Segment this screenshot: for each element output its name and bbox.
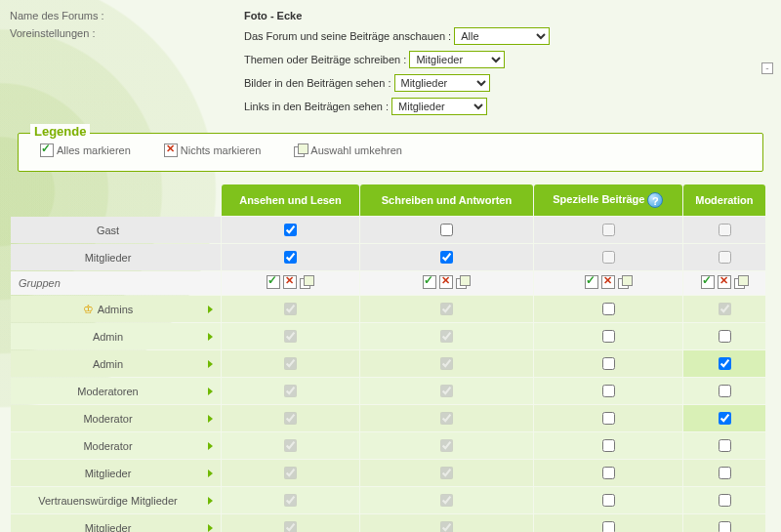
perm-checkbox[interactable]: [719, 251, 731, 264]
perm-checkbox[interactable]: [284, 330, 297, 343]
perm-cell: [222, 244, 359, 270]
chevron-right-icon: [208, 388, 213, 395]
perm-checkbox[interactable]: [719, 330, 731, 343]
perm-checkbox[interactable]: [602, 385, 615, 397]
perm-checkbox[interactable]: [719, 494, 731, 507]
row-label[interactable]: Moderator: [11, 432, 221, 459]
perm-checkbox[interactable]: [602, 467, 615, 479]
invert-icon[interactable]: [300, 275, 313, 289]
perm-checkbox[interactable]: [284, 494, 297, 507]
perm-checkbox[interactable]: [440, 357, 453, 370]
row-label[interactable]: Moderatoren: [11, 378, 221, 404]
perm-checkbox[interactable]: [602, 521, 615, 532]
perm-cell: [360, 244, 533, 270]
perm-checkbox[interactable]: [440, 330, 453, 343]
perm-checkbox[interactable]: [284, 467, 297, 479]
perm-cell: [534, 217, 682, 243]
perm-checkbox[interactable]: [440, 439, 453, 452]
perm-checkbox[interactable]: [602, 224, 615, 236]
perm-checkbox[interactable]: [719, 412, 731, 425]
legend-invert-label: Auswahl umkehren: [310, 144, 402, 156]
legend-box: Legende Alles markieren Nichts markieren…: [18, 133, 763, 172]
perm-checkbox[interactable]: [719, 385, 731, 397]
perm-checkbox[interactable]: [284, 303, 297, 315]
perm-checkbox[interactable]: [719, 521, 731, 532]
check-none-icon[interactable]: [718, 275, 731, 289]
perm-checkbox[interactable]: [602, 251, 615, 264]
links-select[interactable]: Mitglieder: [391, 98, 487, 115]
perm-checkbox[interactable]: [284, 251, 297, 264]
invert-icon[interactable]: [734, 275, 748, 289]
perm-checkbox[interactable]: [284, 412, 297, 425]
perm-checkbox[interactable]: [719, 224, 731, 236]
perm-cell: [222, 217, 359, 243]
perm-checkbox[interactable]: [440, 521, 453, 532]
perm-checkbox[interactable]: [440, 467, 453, 479]
perm-cell: [534, 323, 682, 349]
images-select[interactable]: Mitglieder: [394, 74, 490, 92]
perm-cell: [534, 432, 682, 459]
perm-checkbox[interactable]: [602, 439, 615, 452]
chevron-right-icon: [208, 360, 213, 368]
perm-cell: [534, 460, 682, 486]
perm-cell: [222, 514, 359, 532]
perm-checkbox[interactable]: [602, 412, 615, 425]
perm-cell: [222, 432, 359, 459]
perm-checkbox[interactable]: [284, 357, 297, 370]
row-label[interactable]: Moderator: [11, 405, 221, 431]
row-label[interactable]: Mitglieder: [11, 460, 221, 486]
perm-checkbox[interactable]: [440, 303, 453, 315]
check-all-icon[interactable]: [585, 275, 598, 289]
perm-checkbox[interactable]: [719, 467, 731, 479]
row-label[interactable]: Admin: [11, 323, 221, 349]
perm-checkbox[interactable]: [440, 385, 453, 397]
check-none-icon[interactable]: [439, 275, 453, 289]
row-label[interactable]: Admin: [11, 350, 221, 377]
perm-checkbox[interactable]: [284, 224, 297, 236]
legend-check-all[interactable]: Alles markieren: [40, 143, 131, 157]
row-label[interactable]: ♔Admins: [11, 296, 221, 322]
legend-title: Legende: [30, 124, 90, 139]
write-label: Themen oder Beiträge schreiben :: [244, 54, 406, 65]
perm-checkbox[interactable]: [719, 439, 731, 452]
legend-invert[interactable]: Auswahl umkehren: [294, 143, 402, 157]
table-row: Vertrauenswürdige Mitglieder: [11, 487, 765, 513]
perm-cell: [534, 271, 682, 295]
perm-checkbox[interactable]: [602, 303, 615, 315]
check-none-icon[interactable]: [601, 275, 615, 289]
help-icon[interactable]: ?: [647, 192, 663, 208]
write-select[interactable]: Mitglieder: [409, 51, 505, 68]
check-none-icon[interactable]: [283, 275, 297, 289]
row-label-text: Mitglieder: [85, 468, 132, 479]
perm-checkbox[interactable]: [719, 303, 731, 315]
perm-checkbox[interactable]: [440, 412, 453, 425]
legend-check-none[interactable]: Nichts markieren: [164, 143, 262, 157]
perm-checkbox[interactable]: [284, 439, 297, 452]
table-row: Admin: [11, 323, 765, 349]
perm-checkbox[interactable]: [602, 330, 615, 343]
table-row: ♔Admins: [11, 296, 765, 322]
check-all-icon[interactable]: [701, 275, 715, 289]
perm-cell: [222, 405, 359, 431]
collapse-toggle[interactable]: -: [761, 62, 773, 74]
check-none-icon: [164, 143, 178, 157]
perm-checkbox[interactable]: [440, 251, 453, 264]
perm-checkbox[interactable]: [284, 385, 297, 397]
perm-checkbox[interactable]: [440, 224, 453, 236]
perm-checkbox[interactable]: [602, 357, 615, 370]
invert-icon[interactable]: [456, 275, 470, 289]
perm-checkbox[interactable]: [602, 494, 615, 507]
view-forum-select[interactable]: Alle: [454, 27, 550, 45]
perm-checkbox[interactable]: [284, 521, 297, 532]
row-label-text: Admin: [93, 358, 123, 370]
check-all-icon[interactable]: [267, 275, 280, 289]
perm-cell: [683, 432, 765, 459]
perm-checkbox[interactable]: [440, 494, 453, 507]
row-label: Mitglieder: [11, 244, 221, 270]
row-label[interactable]: Mitglieder: [11, 514, 221, 532]
row-label-text: Gast: [97, 225, 119, 236]
perm-checkbox[interactable]: [719, 357, 731, 370]
check-all-icon[interactable]: [423, 275, 436, 289]
row-label[interactable]: Vertrauenswürdige Mitglieder: [11, 487, 221, 513]
invert-icon[interactable]: [618, 275, 632, 289]
